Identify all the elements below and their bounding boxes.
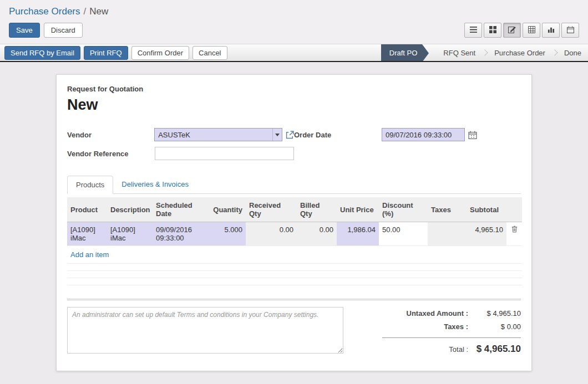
breadcrumb-purchase-orders[interactable]: Purchase Orders	[9, 6, 80, 17]
totals-divider	[382, 337, 521, 338]
breadcrumb: Purchase Orders/New	[0, 0, 588, 21]
save-button[interactable]: Save	[9, 23, 40, 38]
taxes-value: $ 0.00	[468, 322, 521, 331]
send-rfq-button[interactable]: Send RFQ by Email	[4, 46, 80, 60]
order-date-input[interactable]	[382, 128, 465, 141]
total-value: $ 4,965.10	[468, 344, 521, 355]
empty-row	[67, 278, 522, 285]
page-title: New	[67, 96, 521, 114]
calendar-icon	[567, 26, 574, 35]
vendor-reference-label: Vendor Reference	[67, 150, 155, 158]
cell-billed-qty: 0.00	[297, 222, 337, 246]
terms-conditions-textarea[interactable]	[67, 307, 343, 354]
col-header-subtotal: Subtotal	[467, 197, 506, 222]
add-item-row: Add an item	[67, 246, 522, 264]
pivot-icon	[528, 26, 535, 35]
col-header-product: Product	[67, 197, 107, 222]
status-step-rfq-sent[interactable]: RFQ Sent	[437, 44, 482, 61]
col-header-quantity: Quantity	[208, 197, 246, 222]
toolbar: Save Discard	[0, 21, 588, 44]
cell-discount[interactable]: 50.00	[379, 222, 428, 246]
list-icon	[469, 26, 478, 35]
cell-subtotal: 4,965.10	[467, 222, 506, 246]
confirm-order-button[interactable]: Confirm Order	[131, 46, 189, 60]
list-view-button[interactable]	[464, 23, 482, 38]
kanban-view-button[interactable]	[484, 23, 501, 38]
col-header-taxes: Taxes	[428, 197, 467, 222]
statusbar: Draft PO RFQ Sent Purchase Order Done	[381, 44, 588, 61]
table-row: [A1090] iMac [A1090] iMac 09/09/2016 09:…	[67, 222, 522, 246]
order-date-label: Order Date	[294, 131, 382, 139]
caret-down-icon[interactable]	[272, 129, 282, 141]
calendar-view-button[interactable]	[561, 23, 579, 38]
col-header-actions	[506, 197, 522, 222]
kanban-icon	[489, 26, 496, 35]
action-bar: Send RFQ by Email Print RFQ Confirm Orde…	[0, 44, 588, 62]
col-header-billed-qty: Billed Qty	[297, 197, 337, 222]
discard-button[interactable]: Discard	[44, 23, 83, 38]
form-view-button[interactable]	[503, 23, 521, 38]
external-link-icon[interactable]	[286, 131, 294, 139]
notebook-tabs: Products Deliveries & Invoices	[67, 176, 521, 194]
graph-icon	[548, 26, 555, 35]
cell-quantity[interactable]: 5.000	[208, 222, 246, 246]
total-label: Total :	[449, 345, 468, 354]
untaxed-amount-value: $ 4,965.10	[468, 309, 521, 318]
breadcrumb-current: New	[89, 6, 108, 17]
taxes-label: Taxes :	[444, 322, 468, 331]
cell-taxes[interactable]	[428, 222, 467, 246]
tab-products[interactable]: Products	[67, 176, 113, 194]
vendor-reference-input[interactable]	[155, 147, 294, 160]
cell-received-qty: 0.00	[246, 222, 297, 246]
document-type-label: Request for Quotation	[67, 85, 521, 93]
pivot-view-button[interactable]	[523, 23, 540, 38]
cell-product[interactable]: [A1090] iMac	[67, 222, 107, 246]
order-lines-table: Product Description Scheduled Date Quant…	[67, 197, 522, 285]
cell-unit-price[interactable]: 1,986.04	[337, 222, 379, 246]
status-step-draft-po[interactable]: Draft PO	[381, 44, 423, 61]
status-step-done[interactable]: Done	[557, 44, 588, 61]
col-header-scheduled-date: Scheduled Date	[153, 197, 208, 222]
graph-view-button[interactable]	[542, 23, 560, 38]
vendor-select[interactable]: ASUSTeK	[154, 128, 282, 141]
empty-row	[67, 271, 522, 278]
cell-scheduled-date[interactable]: 09/09/2016 09:33:00	[153, 222, 208, 246]
delete-row-button[interactable]	[506, 222, 522, 246]
view-switcher	[464, 23, 579, 38]
table-header-row: Product Description Scheduled Date Quant…	[67, 197, 522, 222]
form-sheet: Request for Quotation New Vendor ASUSTeK…	[56, 74, 532, 371]
col-header-received-qty: Received Qty	[246, 197, 297, 222]
sheet-footer: Untaxed Amount : $ 4,965.10 Taxes : $ 0.…	[67, 307, 521, 360]
chevron-right-icon	[481, 49, 488, 55]
col-header-unit-price: Unit Price	[337, 197, 379, 222]
vendor-value: ASUSTeK	[155, 131, 272, 139]
empty-row	[67, 264, 522, 271]
top-area: Purchase Orders/New Save Discard	[0, 0, 588, 62]
section-separator	[67, 299, 521, 300]
breadcrumb-separator: /	[84, 6, 87, 17]
form-icon	[508, 25, 516, 35]
chevron-right-icon	[551, 49, 557, 55]
totals-panel: Untaxed Amount : $ 4,965.10 Taxes : $ 0.…	[382, 307, 521, 360]
content-area: Request for Quotation New Vendor ASUSTeK…	[0, 62, 588, 384]
vendor-label: Vendor	[67, 131, 154, 139]
col-header-discount: Discount (%)	[379, 197, 428, 222]
col-header-description: Description	[107, 197, 153, 222]
cancel-button[interactable]: Cancel	[192, 46, 227, 60]
tab-deliveries-invoices[interactable]: Deliveries & Invoices	[113, 176, 197, 193]
untaxed-amount-label: Untaxed Amount :	[407, 309, 468, 318]
add-item-link[interactable]: Add an item	[70, 250, 109, 259]
date-calendar-icon[interactable]	[468, 131, 477, 139]
print-rfq-button[interactable]: Print RFQ	[84, 46, 128, 60]
trash-icon	[511, 226, 518, 234]
status-step-purchase-order[interactable]: Purchase Order	[488, 44, 552, 61]
cell-description[interactable]: [A1090] iMac	[107, 222, 153, 246]
form-fields: Vendor ASUSTeK Vendor Reference Order	[67, 128, 521, 166]
